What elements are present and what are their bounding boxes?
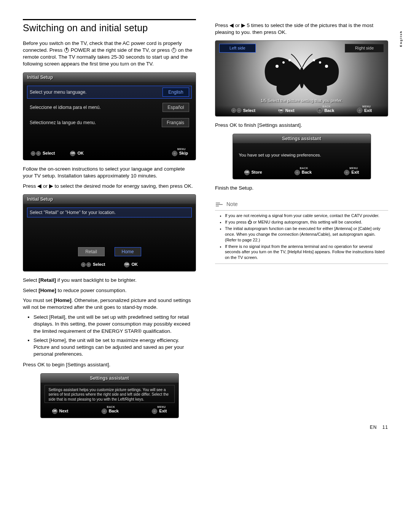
language-panel: Initial Setup Select your menu language.… [23, 72, 196, 161]
sup-label: BACK [300, 166, 308, 170]
power-icon [172, 48, 176, 53]
svg-point-2 [282, 61, 285, 64]
menu-icon [172, 151, 177, 156]
left-side-button[interactable]: Left side [219, 44, 256, 53]
list-item: If you are not receiving a signal from y… [225, 213, 388, 219]
page-columns: Switching on and initial setup Before yo… [23, 19, 388, 423]
label: Back [324, 108, 334, 113]
label: Next [285, 108, 295, 113]
action-store[interactable]: OK Store [244, 169, 262, 175]
label: Select [243, 108, 255, 113]
label: Back [302, 169, 312, 175]
footer-lang: EN [370, 425, 377, 430]
label: OK [131, 262, 138, 267]
left-column: Switching on and initial setup Before yo… [23, 19, 196, 423]
action-select[interactable]: Select [31, 150, 55, 156]
page-footer: EN 11 [370, 424, 388, 430]
menu-icon [344, 170, 349, 175]
picture-caption: 1/5 Select the picture setting that you … [215, 98, 388, 104]
option-home[interactable]: Home [115, 247, 141, 256]
label: Back [109, 408, 119, 414]
action-ok[interactable]: OK OK [70, 150, 84, 156]
panel-actions: Select OK Next BACK Back MENU Exit [215, 105, 388, 117]
list-item: If you press ⏻ or MENU during autoprogra… [225, 219, 388, 225]
panel-title: Initial Setup [23, 73, 196, 82]
ok-icon: OK [124, 262, 129, 267]
ring-icon [31, 151, 41, 156]
lang-opt-espanol[interactable]: Español [162, 103, 189, 112]
label: Next [59, 408, 68, 414]
page-title: Switching on and initial setup [23, 19, 196, 35]
list-item: If there is no signal input from the ant… [225, 244, 388, 261]
location-panel: Initial Setup Select "Retail" or "Home" … [23, 194, 196, 272]
paragraph: Finish the Setup. [215, 185, 388, 192]
sup-label: MENU [349, 166, 358, 170]
action-skip[interactable]: MENU Skip [172, 150, 188, 156]
picture-preview-panel: Left side Right side 1/5 Select the pict… [215, 40, 388, 117]
panel-title: Initial Setup [23, 195, 196, 204]
action-next[interactable]: OK Next [278, 108, 295, 113]
menu-icon [152, 409, 157, 414]
back-icon [102, 409, 107, 414]
paragraph: Follow the on-screen instructions to sel… [23, 166, 196, 179]
label: Exit [351, 169, 359, 175]
paragraph: Press ◀ or ▶ 5 times to select the side … [215, 22, 388, 36]
right-side-button[interactable]: Right side [345, 44, 384, 53]
sup-label: MENU [157, 405, 166, 409]
ring-icon [81, 262, 91, 267]
action-next[interactable]: OK Next [52, 408, 68, 414]
row-text: Select your menu language. [30, 89, 86, 95]
paragraph: Select [Retail] if you want backlight to… [23, 277, 196, 284]
row-text: Seleccione el idioma para el menú. [30, 104, 101, 110]
svg-point-6 [313, 59, 315, 61]
location-prompt: Select "Retail" or "Home" for your locat… [27, 208, 192, 217]
label: Store [252, 169, 262, 175]
bullet-list: Select [Retail], the unit will be set up… [33, 314, 196, 358]
back-icon [295, 170, 300, 175]
back-icon [317, 108, 322, 113]
sup-label: MENU [177, 147, 186, 151]
paragraph: Press OK to begin [Settings assistant]. [23, 361, 196, 368]
action-ok[interactable]: OK OK [124, 262, 138, 267]
lang-row-fr[interactable]: Sélectionnez la langue du menu. Français [27, 116, 192, 129]
lang-opt-francais[interactable]: Français [162, 118, 189, 127]
lang-opt-english[interactable]: English [162, 88, 189, 97]
ok-icon: OK [278, 108, 284, 113]
svg-point-3 [288, 59, 291, 61]
ring-icon [231, 108, 241, 113]
row-text: Sélectionnez la langue du menu. [30, 120, 96, 126]
action-exit[interactable]: MENU Exit [344, 169, 359, 175]
prompt-text: Select "Retail" or "Home" for your locat… [30, 209, 116, 216]
footer-page: 11 [382, 425, 388, 430]
settings-assistant-done-panel: Settings assistant You have set up your … [233, 134, 371, 180]
sup-label: BACK [322, 105, 331, 108]
label: OK [77, 150, 84, 156]
lang-row-en[interactable]: Select your menu language. English [27, 86, 192, 99]
menu-icon [357, 108, 362, 113]
note-list: If you are not receiving a signal from y… [225, 213, 388, 260]
label: Exit [159, 408, 167, 414]
option-retail[interactable]: Retail [78, 247, 105, 256]
sup-label: MENU [362, 105, 371, 108]
ok-icon: OK [52, 409, 57, 414]
action-exit[interactable]: MENU Exit [357, 108, 372, 113]
action-exit[interactable]: MENU Exit [152, 408, 167, 414]
svg-point-1 [276, 65, 279, 68]
butterfly-icon [256, 51, 347, 101]
svg-point-4 [325, 65, 328, 68]
action-back[interactable]: BACK Back [102, 408, 119, 414]
power-icon [64, 48, 69, 53]
action-select[interactable]: Select [231, 108, 255, 113]
action-select[interactable]: Select [81, 262, 105, 267]
settings-assistant-intro-panel: Settings assistant Settings assistant he… [40, 373, 179, 419]
language-tab: English [399, 30, 403, 47]
panel-title: Settings assistant [41, 374, 178, 383]
action-back[interactable]: BACK Back [295, 169, 312, 175]
action-back[interactable]: BACK Back [317, 108, 334, 113]
sup-label: BACK [107, 405, 115, 409]
paragraph: Select [Home] to reduce power consumptio… [23, 287, 196, 294]
panel-actions: Select OK OK [23, 259, 196, 271]
lang-row-es[interactable]: Seleccione el idioma para el menú. Españ… [27, 101, 192, 114]
svg-point-5 [319, 61, 321, 64]
ok-icon: OK [70, 151, 75, 156]
